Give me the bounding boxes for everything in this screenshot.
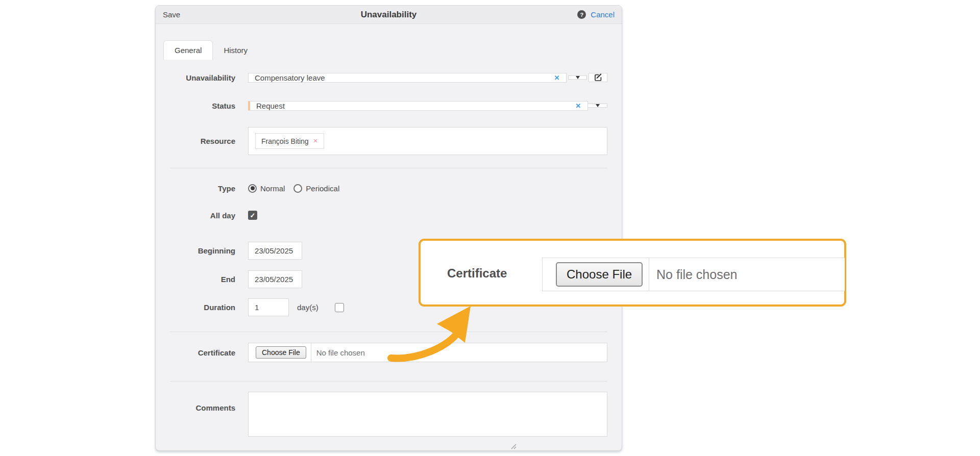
radio-label-normal: Normal (260, 184, 285, 193)
unavailability-dropdown-button[interactable] (568, 75, 587, 80)
certificate-label: Certificate (170, 348, 235, 357)
callout-certificate-label: Certificate (447, 266, 507, 281)
radio-option-periodical[interactable]: Periodical (293, 184, 339, 193)
tab-bar: General History (163, 40, 622, 60)
edit-pencil-icon (594, 73, 602, 82)
choose-file-button[interactable]: Choose File (256, 346, 306, 359)
beginning-value: 23/05/2025 (249, 246, 299, 255)
beginning-date-input[interactable]: 23/05/2025 (248, 242, 302, 260)
radio-unselected-icon[interactable] (293, 184, 302, 193)
status-row: Status Request ✕ (170, 96, 607, 115)
comments-label: Comments (170, 392, 235, 437)
status-input[interactable]: Request ✕ (248, 101, 588, 111)
end-label: End (170, 275, 235, 284)
duration-value: 1 (249, 303, 265, 312)
unavailability-dialog: Save Unavailability ? Cancel General His… (155, 5, 622, 451)
unavailability-label: Unavailability (170, 73, 235, 82)
file-status-text: No file chosen (316, 348, 365, 357)
all-day-row: All day ✓ (170, 210, 607, 220)
file-input-divider (311, 343, 311, 362)
clear-icon[interactable]: ✕ (547, 74, 566, 82)
resource-input[interactable]: François Biting ✕ (248, 127, 607, 155)
tab-history[interactable]: History (213, 41, 258, 60)
section-divider (170, 168, 607, 168)
type-label: Type (170, 184, 235, 193)
section-divider (170, 381, 607, 382)
status-dropdown-button[interactable] (587, 104, 607, 108)
resource-tag-name: François Biting (261, 137, 309, 145)
certificate-file-input[interactable]: Choose File No file chosen (248, 343, 607, 362)
section-divider (170, 332, 607, 332)
help-icon[interactable]: ? (577, 10, 586, 19)
duration-input[interactable]: 1 (248, 298, 289, 316)
callout-file-input[interactable]: Choose File No file chosen (542, 258, 845, 291)
duration-label: Duration (170, 303, 235, 312)
remove-tag-icon[interactable]: ✕ (313, 138, 318, 144)
resize-grip-icon[interactable] (510, 443, 517, 449)
end-date-input[interactable]: 23/05/2025 (248, 270, 302, 288)
unavailability-value: Compensatory leave (249, 73, 331, 82)
resource-row: Resource François Biting ✕ (170, 127, 607, 155)
unavailability-row: Unavailability Compensatory leave ✕ (170, 68, 607, 87)
comments-row: Comments (170, 392, 607, 437)
save-button[interactable]: Save (163, 10, 180, 19)
callout-choose-file-button[interactable]: Choose File (556, 262, 643, 287)
dialog-header: Save Unavailability ? Cancel (156, 6, 622, 24)
unavailability-input[interactable]: Compensatory leave ✕ (248, 73, 567, 83)
tab-general[interactable]: General (163, 40, 213, 60)
end-value: 23/05/2025 (249, 275, 299, 284)
caret-down-icon (596, 104, 600, 107)
dialog-title: Unavailability (156, 10, 622, 20)
duration-unit-label: day(s) (297, 303, 318, 312)
caret-down-icon (576, 76, 580, 79)
radio-option-normal[interactable]: Normal (248, 184, 285, 193)
beginning-label: Beginning (170, 246, 235, 255)
comments-textarea[interactable] (248, 392, 607, 437)
all-day-checkbox[interactable]: ✓ (248, 211, 257, 220)
type-row: Type Normal Periodical (170, 183, 607, 193)
file-input-divider (649, 258, 649, 291)
all-day-label: All day (170, 211, 235, 220)
certificate-row: Certificate Choose File No file chosen (170, 343, 607, 362)
cancel-button[interactable]: Cancel (591, 10, 615, 19)
radio-label-periodical: Periodical (306, 184, 339, 193)
unavailability-edit-button[interactable] (589, 73, 607, 82)
status-value: Request (250, 102, 291, 110)
radio-selected-icon[interactable] (248, 184, 257, 193)
clear-icon[interactable]: ✕ (569, 102, 587, 110)
resource-tag: François Biting ✕ (255, 133, 324, 149)
callout-file-status-text: No file chosen (656, 267, 737, 282)
certificate-zoom-callout: Certificate Choose File No file chosen (419, 239, 846, 307)
resource-label: Resource (170, 137, 235, 145)
duration-checkbox[interactable] (335, 303, 344, 312)
status-label: Status (170, 102, 235, 110)
